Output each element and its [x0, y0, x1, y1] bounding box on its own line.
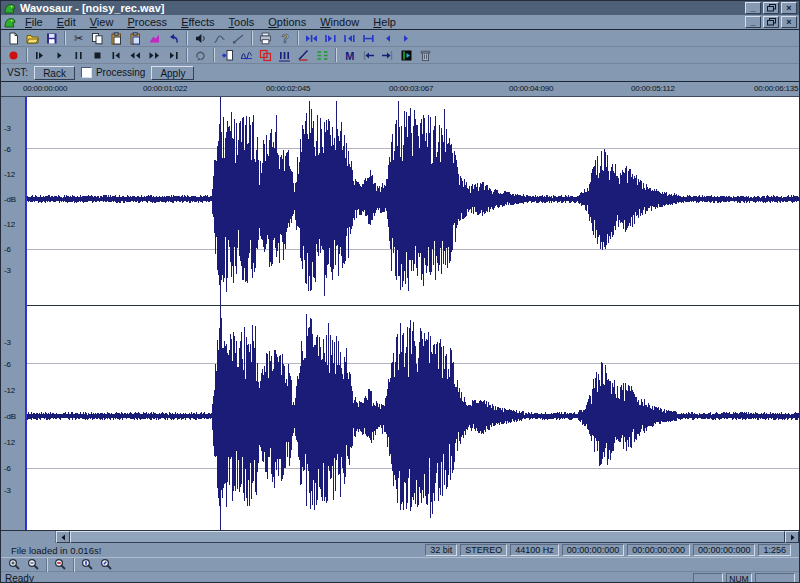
selection-shrink-right-button[interactable]: [340, 31, 359, 46]
mix-paste-button[interactable]: [145, 31, 164, 46]
save-file-button[interactable]: [42, 31, 61, 46]
zoom-out-button[interactable]: [24, 557, 43, 572]
scrollbar-corner: [1, 531, 56, 543]
stop-button[interactable]: [88, 48, 107, 63]
playback-cursor: [26, 97, 27, 530]
rewind-button[interactable]: [126, 48, 145, 63]
menu-process[interactable]: Process: [120, 15, 174, 29]
mix-paste-icon: [148, 32, 161, 45]
menu-options[interactable]: Options: [261, 15, 313, 29]
paste-button[interactable]: [107, 31, 126, 46]
undo-button[interactable]: [164, 31, 183, 46]
statistics-icon: [240, 49, 253, 62]
zoom-vertical-out-button[interactable]: [97, 557, 116, 572]
menu-effects[interactable]: Effects: [174, 15, 221, 29]
snap-zero-cross-button[interactable]: [313, 48, 332, 63]
zoom-out-icon: [27, 558, 40, 571]
cursor-right-button[interactable]: [397, 31, 416, 46]
timeline-ruler[interactable]: 00:00:00:00000:00:01:02200:00:02:04500:0…: [1, 82, 799, 97]
zoom-in-button[interactable]: [5, 557, 24, 572]
play-region-button[interactable]: [397, 48, 416, 63]
scroll-right-button[interactable]: [785, 531, 799, 543]
selection-bounds-button[interactable]: [359, 31, 378, 46]
delete-markers-button[interactable]: [416, 48, 435, 63]
copy-channel-button[interactable]: [256, 48, 275, 63]
fast-forward-button[interactable]: [145, 48, 164, 63]
cut-button[interactable]: ✂: [69, 31, 88, 46]
resample-button[interactable]: [294, 48, 313, 63]
child-minimize-button[interactable]: _: [745, 16, 761, 28]
go-to-end-icon: [167, 49, 180, 62]
child-close-button[interactable]: ×: [781, 16, 797, 28]
waveform-view[interactable]: -3-6-12-dB-12-6-3-3-6-12-dB-12-6-3: [1, 97, 799, 530]
menu-window[interactable]: Window: [313, 15, 366, 29]
vst-apply-button[interactable]: Apply: [151, 66, 194, 80]
next-marker-button[interactable]: [378, 48, 397, 63]
go-to-end-button[interactable]: [164, 48, 183, 63]
menu-help[interactable]: Help: [366, 15, 403, 29]
scrollbar-thumb[interactable]: [70, 531, 785, 543]
waveform-channel-left[interactable]: [26, 97, 799, 305]
new-file-button[interactable]: [4, 31, 23, 46]
minimize-button[interactable]: _: [745, 2, 761, 14]
scroll-left-button[interactable]: [56, 531, 70, 543]
record-icon: [7, 49, 20, 62]
sample-rate-field: 44100 Hz: [510, 544, 559, 556]
go-to-start-button[interactable]: [107, 48, 126, 63]
db-scale-label: -6: [4, 464, 11, 473]
zoom-selection-button[interactable]: [51, 557, 70, 572]
svg-text:?: ?: [281, 32, 288, 45]
db-scale-label: -dB: [4, 195, 16, 204]
batch-process-button[interactable]: [218, 48, 237, 63]
close-button[interactable]: ×: [781, 2, 797, 14]
record-button[interactable]: [4, 48, 23, 63]
volume-button[interactable]: [191, 31, 210, 46]
stop-icon: [91, 49, 104, 62]
menu-tools[interactable]: Tools: [222, 15, 262, 29]
vst-rack-button[interactable]: Rack: [34, 66, 75, 80]
pause-button[interactable]: [69, 48, 88, 63]
paste-as-new-button[interactable]: [126, 31, 145, 46]
about-help-button[interactable]: ?: [275, 31, 294, 46]
previous-marker-button[interactable]: [359, 48, 378, 63]
play-button[interactable]: [50, 48, 69, 63]
rewind-icon: [129, 49, 142, 62]
open-file-button[interactable]: [23, 31, 42, 46]
child-restore-button[interactable]: [763, 16, 779, 28]
menu-file[interactable]: File: [18, 15, 50, 29]
db-scale-label: -12: [4, 438, 15, 447]
line-tool-button[interactable]: [229, 31, 248, 46]
print-button[interactable]: [256, 31, 275, 46]
num-indicator: NUM: [726, 573, 752, 583]
document-icon[interactable]: [3, 16, 16, 29]
interleave-button[interactable]: [275, 48, 294, 63]
selection-start-button[interactable]: [302, 31, 321, 46]
zoom-vertical-in-button[interactable]: [78, 557, 97, 572]
db-scale-label: -12: [4, 385, 15, 394]
play-from-start-icon: [34, 49, 47, 62]
ruler-label: 00:00:00:000: [23, 84, 67, 93]
paste-as-new-icon: [129, 32, 142, 45]
ready-status: Ready: [5, 573, 690, 583]
batch-process-icon: [221, 49, 234, 62]
selection-shrink-right-icon: [343, 32, 356, 45]
cursor-left-button[interactable]: [378, 31, 397, 46]
ruler-label: 00:00:02:045: [266, 84, 310, 93]
restore-button[interactable]: [763, 2, 779, 14]
copy-button[interactable]: [88, 31, 107, 46]
waveform-channel-right[interactable]: [26, 306, 799, 530]
play-from-start-button[interactable]: [31, 48, 50, 63]
copy-icon: [91, 32, 104, 45]
toolbar-separator: [213, 48, 215, 62]
draw-tool-button[interactable]: [210, 31, 229, 46]
processing-checkbox[interactable]: [81, 67, 92, 78]
toolbar-main: ✂?: [1, 30, 799, 47]
loop-button[interactable]: [191, 48, 210, 63]
menu-view[interactable]: View: [83, 15, 121, 29]
toolbar-separator: [297, 31, 299, 45]
insert-marker-button[interactable]: M: [340, 48, 359, 63]
statistics-button[interactable]: [237, 48, 256, 63]
selection-shrink-left-button[interactable]: [321, 31, 340, 46]
save-file-icon: [45, 32, 58, 45]
menu-edit[interactable]: Edit: [50, 15, 83, 29]
